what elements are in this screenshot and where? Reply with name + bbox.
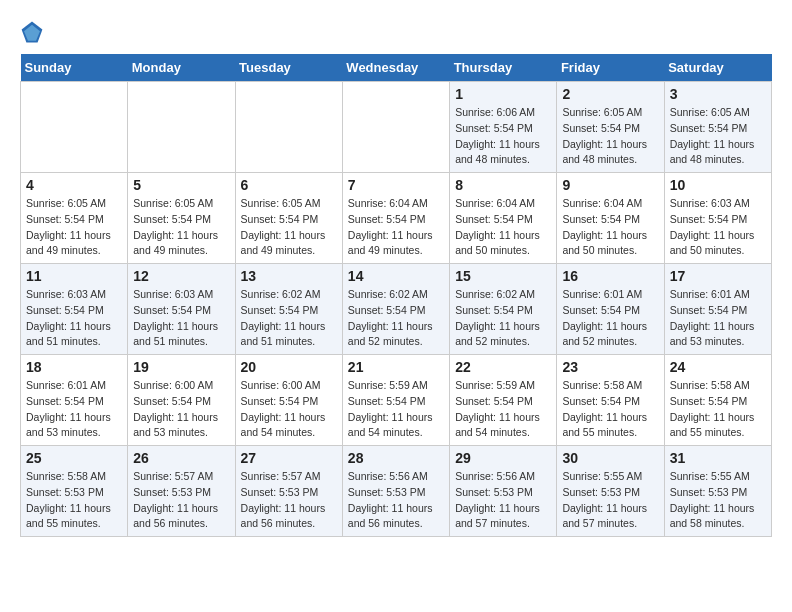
day-number: 6 (241, 177, 337, 193)
day-number: 8 (455, 177, 551, 193)
day-number: 15 (455, 268, 551, 284)
weekday-header: Monday (128, 54, 235, 82)
calendar-cell: 23Sunrise: 5:58 AMSunset: 5:54 PMDayligh… (557, 355, 664, 446)
day-number: 9 (562, 177, 658, 193)
day-number: 4 (26, 177, 122, 193)
calendar-cell: 19Sunrise: 6:00 AMSunset: 5:54 PMDayligh… (128, 355, 235, 446)
day-info: Sunrise: 6:04 AMSunset: 5:54 PMDaylight:… (348, 196, 444, 259)
day-number: 13 (241, 268, 337, 284)
day-info: Sunrise: 5:58 AMSunset: 5:54 PMDaylight:… (562, 378, 658, 441)
day-info: Sunrise: 5:57 AMSunset: 5:53 PMDaylight:… (133, 469, 229, 532)
day-info: Sunrise: 6:05 AMSunset: 5:54 PMDaylight:… (241, 196, 337, 259)
day-number: 3 (670, 86, 766, 102)
day-number: 22 (455, 359, 551, 375)
calendar-cell: 21Sunrise: 5:59 AMSunset: 5:54 PMDayligh… (342, 355, 449, 446)
day-number: 29 (455, 450, 551, 466)
calendar-cell: 15Sunrise: 6:02 AMSunset: 5:54 PMDayligh… (450, 264, 557, 355)
day-info: Sunrise: 5:57 AMSunset: 5:53 PMDaylight:… (241, 469, 337, 532)
day-info: Sunrise: 6:06 AMSunset: 5:54 PMDaylight:… (455, 105, 551, 168)
calendar-cell: 5Sunrise: 6:05 AMSunset: 5:54 PMDaylight… (128, 173, 235, 264)
day-info: Sunrise: 6:01 AMSunset: 5:54 PMDaylight:… (562, 287, 658, 350)
calendar-cell: 14Sunrise: 6:02 AMSunset: 5:54 PMDayligh… (342, 264, 449, 355)
calendar-cell: 4Sunrise: 6:05 AMSunset: 5:54 PMDaylight… (21, 173, 128, 264)
day-info: Sunrise: 6:01 AMSunset: 5:54 PMDaylight:… (26, 378, 122, 441)
calendar-cell: 6Sunrise: 6:05 AMSunset: 5:54 PMDaylight… (235, 173, 342, 264)
weekday-header: Saturday (664, 54, 771, 82)
calendar-cell: 1Sunrise: 6:06 AMSunset: 5:54 PMDaylight… (450, 82, 557, 173)
day-number: 30 (562, 450, 658, 466)
calendar-cell: 17Sunrise: 6:01 AMSunset: 5:54 PMDayligh… (664, 264, 771, 355)
day-info: Sunrise: 6:03 AMSunset: 5:54 PMDaylight:… (133, 287, 229, 350)
calendar-table: SundayMondayTuesdayWednesdayThursdayFrid… (20, 54, 772, 537)
calendar-cell: 27Sunrise: 5:57 AMSunset: 5:53 PMDayligh… (235, 446, 342, 537)
weekday-header: Sunday (21, 54, 128, 82)
day-info: Sunrise: 6:03 AMSunset: 5:54 PMDaylight:… (670, 196, 766, 259)
calendar-cell: 30Sunrise: 5:55 AMSunset: 5:53 PMDayligh… (557, 446, 664, 537)
calendar-cell: 7Sunrise: 6:04 AMSunset: 5:54 PMDaylight… (342, 173, 449, 264)
day-number: 28 (348, 450, 444, 466)
day-info: Sunrise: 6:04 AMSunset: 5:54 PMDaylight:… (455, 196, 551, 259)
day-info: Sunrise: 6:00 AMSunset: 5:54 PMDaylight:… (241, 378, 337, 441)
calendar-cell (21, 82, 128, 173)
day-info: Sunrise: 5:56 AMSunset: 5:53 PMDaylight:… (348, 469, 444, 532)
day-number: 20 (241, 359, 337, 375)
day-number: 25 (26, 450, 122, 466)
calendar-cell: 18Sunrise: 6:01 AMSunset: 5:54 PMDayligh… (21, 355, 128, 446)
weekday-header: Wednesday (342, 54, 449, 82)
day-info: Sunrise: 5:59 AMSunset: 5:54 PMDaylight:… (455, 378, 551, 441)
calendar-cell: 25Sunrise: 5:58 AMSunset: 5:53 PMDayligh… (21, 446, 128, 537)
day-number: 21 (348, 359, 444, 375)
weekday-header: Tuesday (235, 54, 342, 82)
day-number: 18 (26, 359, 122, 375)
calendar-cell: 2Sunrise: 6:05 AMSunset: 5:54 PMDaylight… (557, 82, 664, 173)
day-info: Sunrise: 6:04 AMSunset: 5:54 PMDaylight:… (562, 196, 658, 259)
calendar-cell (342, 82, 449, 173)
day-number: 27 (241, 450, 337, 466)
day-number: 5 (133, 177, 229, 193)
weekday-header: Friday (557, 54, 664, 82)
day-info: Sunrise: 6:02 AMSunset: 5:54 PMDaylight:… (241, 287, 337, 350)
calendar-cell: 20Sunrise: 6:00 AMSunset: 5:54 PMDayligh… (235, 355, 342, 446)
day-info: Sunrise: 5:56 AMSunset: 5:53 PMDaylight:… (455, 469, 551, 532)
calendar-cell: 22Sunrise: 5:59 AMSunset: 5:54 PMDayligh… (450, 355, 557, 446)
day-number: 2 (562, 86, 658, 102)
day-number: 14 (348, 268, 444, 284)
day-number: 12 (133, 268, 229, 284)
day-number: 23 (562, 359, 658, 375)
day-number: 19 (133, 359, 229, 375)
logo (20, 20, 48, 44)
page-header (20, 20, 772, 44)
day-number: 11 (26, 268, 122, 284)
day-info: Sunrise: 6:01 AMSunset: 5:54 PMDaylight:… (670, 287, 766, 350)
day-info: Sunrise: 5:58 AMSunset: 5:53 PMDaylight:… (26, 469, 122, 532)
calendar-cell: 13Sunrise: 6:02 AMSunset: 5:54 PMDayligh… (235, 264, 342, 355)
day-info: Sunrise: 6:03 AMSunset: 5:54 PMDaylight:… (26, 287, 122, 350)
calendar-cell: 3Sunrise: 6:05 AMSunset: 5:54 PMDaylight… (664, 82, 771, 173)
calendar-cell: 31Sunrise: 5:55 AMSunset: 5:53 PMDayligh… (664, 446, 771, 537)
day-number: 16 (562, 268, 658, 284)
day-info: Sunrise: 6:02 AMSunset: 5:54 PMDaylight:… (455, 287, 551, 350)
day-info: Sunrise: 6:02 AMSunset: 5:54 PMDaylight:… (348, 287, 444, 350)
calendar-cell: 29Sunrise: 5:56 AMSunset: 5:53 PMDayligh… (450, 446, 557, 537)
day-info: Sunrise: 6:05 AMSunset: 5:54 PMDaylight:… (562, 105, 658, 168)
day-info: Sunrise: 6:00 AMSunset: 5:54 PMDaylight:… (133, 378, 229, 441)
calendar-cell: 12Sunrise: 6:03 AMSunset: 5:54 PMDayligh… (128, 264, 235, 355)
day-info: Sunrise: 5:55 AMSunset: 5:53 PMDaylight:… (562, 469, 658, 532)
weekday-header: Thursday (450, 54, 557, 82)
day-number: 31 (670, 450, 766, 466)
calendar-cell: 16Sunrise: 6:01 AMSunset: 5:54 PMDayligh… (557, 264, 664, 355)
calendar-cell: 8Sunrise: 6:04 AMSunset: 5:54 PMDaylight… (450, 173, 557, 264)
logo-icon (20, 20, 44, 44)
day-number: 1 (455, 86, 551, 102)
calendar-cell: 9Sunrise: 6:04 AMSunset: 5:54 PMDaylight… (557, 173, 664, 264)
day-info: Sunrise: 6:05 AMSunset: 5:54 PMDaylight:… (133, 196, 229, 259)
day-info: Sunrise: 5:59 AMSunset: 5:54 PMDaylight:… (348, 378, 444, 441)
day-info: Sunrise: 6:05 AMSunset: 5:54 PMDaylight:… (26, 196, 122, 259)
day-info: Sunrise: 6:05 AMSunset: 5:54 PMDaylight:… (670, 105, 766, 168)
calendar-cell (235, 82, 342, 173)
calendar-cell: 24Sunrise: 5:58 AMSunset: 5:54 PMDayligh… (664, 355, 771, 446)
calendar-cell: 26Sunrise: 5:57 AMSunset: 5:53 PMDayligh… (128, 446, 235, 537)
calendar-cell: 28Sunrise: 5:56 AMSunset: 5:53 PMDayligh… (342, 446, 449, 537)
day-number: 7 (348, 177, 444, 193)
day-number: 26 (133, 450, 229, 466)
